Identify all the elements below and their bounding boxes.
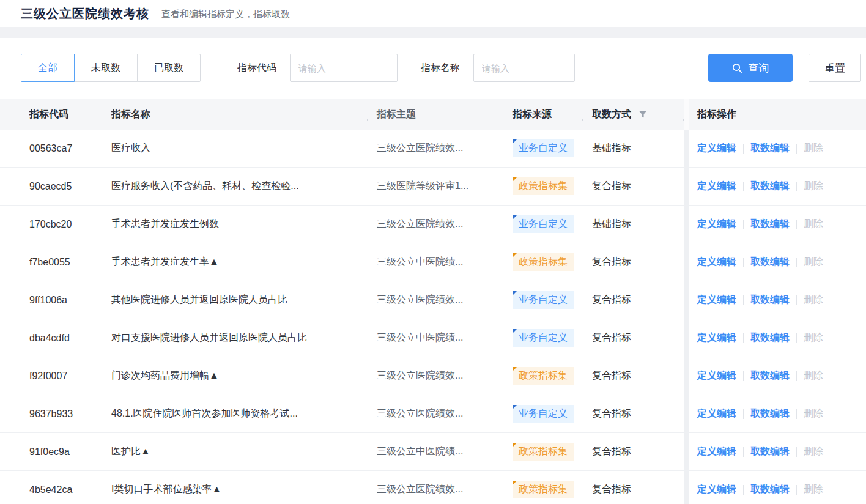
reset-button-label: 重置: [824, 62, 845, 74]
fetch-edit-link[interactable]: 取数编辑: [750, 369, 790, 382]
action-divider: [743, 447, 744, 457]
definition-edit-link[interactable]: 定义编辑: [697, 180, 736, 193]
action-divider: [796, 371, 797, 381]
fetch-edit-link[interactable]: 取数编辑: [750, 445, 790, 458]
cell-indicator-code: 9ff1006a: [0, 295, 102, 306]
cell-indicator-name: 手术患者并发症发生率▲: [102, 256, 367, 269]
cell-indicator-source: 政策指标集: [503, 481, 582, 498]
header-indicator-code: 指标代码: [0, 108, 102, 121]
source-badge: 业务自定义: [513, 139, 574, 157]
source-badge: 政策指标集: [513, 253, 574, 270]
delete-link[interactable]: 删除: [804, 369, 823, 382]
table-row: 00563ca7 医疗收入 三级公立医院绩效... 业务自定义 基础指标 定义编…: [0, 130, 866, 168]
action-divider: [796, 258, 797, 267]
action-divider: [743, 295, 744, 305]
cell-indicator-code: 00563ca7: [0, 143, 102, 154]
cell-fetch-method: 复合指标: [582, 445, 684, 458]
indicator-code-label: 指标代码: [237, 62, 276, 75]
action-divider: [743, 258, 744, 267]
action-divider: [743, 409, 744, 419]
definition-edit-link[interactable]: 定义编辑: [697, 332, 736, 344]
cell-indicator-topic: 三级公立中医院绩...: [367, 332, 503, 344]
table-row: f7be0055 手术患者并发症发生率▲ 三级公立中医院绩... 政策指标集 复…: [0, 243, 866, 281]
tab-all[interactable]: 全部: [21, 54, 75, 82]
header-divider: [0, 27, 866, 38]
action-divider: [743, 220, 744, 229]
table-row: 9637b933 48.1.医院住院医师首次参加医师资格考试... 三级公立医院…: [0, 395, 866, 433]
source-badge: 业务自定义: [513, 215, 574, 232]
delete-link[interactable]: 删除: [804, 445, 823, 458]
definition-edit-link[interactable]: 定义编辑: [697, 369, 736, 382]
action-divider: [796, 409, 797, 419]
action-divider: [743, 371, 744, 381]
cell-fetch-method: 复合指标: [582, 256, 684, 269]
cell-actions: 定义编辑 取数编辑 删除: [689, 218, 866, 231]
definition-edit-link[interactable]: 定义编辑: [697, 483, 736, 496]
action-divider: [743, 485, 744, 495]
cell-fetch-method: 基础指标: [582, 218, 684, 231]
fetch-edit-link[interactable]: 取数编辑: [750, 256, 790, 269]
delete-link[interactable]: 删除: [804, 407, 823, 420]
fetch-edit-link[interactable]: 取数编辑: [750, 180, 790, 193]
cell-indicator-name: 门诊次均药品费用增幅▲: [102, 369, 367, 382]
delete-link[interactable]: 删除: [804, 332, 823, 344]
definition-edit-link[interactable]: 定义编辑: [697, 407, 736, 420]
cell-indicator-topic: 三级公立医院绩效...: [367, 369, 503, 382]
reset-button[interactable]: 重置: [809, 54, 861, 82]
cell-indicator-name: I类切口手术部位感染率▲: [102, 483, 367, 496]
definition-edit-link[interactable]: 定义编辑: [697, 218, 736, 231]
indicator-name-input[interactable]: [473, 54, 575, 82]
content-panel: 全部 未取数 已取数 指标代码 指标名称 查询 重置 指标代码 指标名称 指标主: [0, 38, 866, 504]
fetch-edit-link[interactable]: 取数编辑: [750, 294, 790, 306]
table-row: f92f0007 门诊次均药品费用增幅▲ 三级公立医院绩效... 政策指标集 复…: [0, 357, 866, 395]
table-row: 170cbc20 手术患者并发症发生例数 三级公立医院绩效... 业务自定义 基…: [0, 206, 866, 243]
source-badge: 业务自定义: [513, 329, 574, 346]
action-divider: [743, 333, 744, 343]
column-gap-band: [684, 206, 689, 243]
action-divider: [796, 182, 797, 191]
cell-indicator-topic: 三级公立医院绩效...: [367, 407, 503, 420]
delete-link[interactable]: 删除: [804, 142, 823, 155]
cell-actions: 定义编辑 取数编辑 删除: [689, 142, 866, 155]
fetch-edit-link[interactable]: 取数编辑: [750, 483, 790, 496]
cell-indicator-source: 政策指标集: [503, 443, 582, 460]
cell-indicator-code: 4b5e42ca: [0, 484, 102, 495]
delete-link[interactable]: 删除: [804, 180, 823, 193]
cell-actions: 定义编辑 取数编辑 删除: [689, 180, 866, 193]
cell-actions: 定义编辑 取数编辑 删除: [689, 483, 866, 496]
column-gap-band: [684, 281, 689, 319]
fetch-edit-link[interactable]: 取数编辑: [750, 142, 790, 155]
tab-fetched[interactable]: 已取数: [137, 54, 201, 82]
cell-fetch-method: 复合指标: [582, 369, 684, 382]
delete-link[interactable]: 删除: [804, 218, 823, 231]
definition-edit-link[interactable]: 定义编辑: [697, 142, 736, 155]
delete-link[interactable]: 删除: [804, 294, 823, 306]
source-badge: 业务自定义: [513, 291, 574, 308]
indicator-code-input[interactable]: [290, 54, 398, 82]
cell-indicator-topic: 三级公立中医院绩...: [367, 256, 503, 269]
source-badge: 政策指标集: [513, 177, 574, 195]
definition-edit-link[interactable]: 定义编辑: [697, 256, 736, 269]
header-indicator-actions: 指标操作: [689, 108, 866, 121]
tab-not-fetched[interactable]: 未取数: [74, 54, 138, 82]
delete-link[interactable]: 删除: [804, 483, 823, 496]
filter-funnel-icon[interactable]: [638, 110, 647, 119]
definition-edit-link[interactable]: 定义编辑: [697, 294, 736, 306]
column-gap-band: [684, 168, 689, 205]
cell-indicator-topic: 三级医院等级评审1...: [367, 180, 503, 193]
action-divider: [796, 295, 797, 305]
action-divider: [796, 333, 797, 343]
cell-indicator-source: 业务自定义: [503, 291, 582, 308]
cell-indicator-source: 政策指标集: [503, 253, 582, 270]
query-button[interactable]: 查询: [708, 54, 793, 82]
fetch-edit-link[interactable]: 取数编辑: [750, 407, 790, 420]
cell-indicator-source: 业务自定义: [503, 139, 582, 157]
cell-indicator-name: 医疗服务收入(不含药品、耗材、检查检验...: [102, 180, 367, 193]
delete-link[interactable]: 删除: [804, 256, 823, 269]
fetch-edit-link[interactable]: 取数编辑: [750, 332, 790, 344]
cell-indicator-name: 医疗收入: [102, 142, 367, 155]
table-row: dba4cdfd 对口支援医院进修人员并返回原医院人员占比 三级公立中医院绩..…: [0, 319, 866, 357]
cell-actions: 定义编辑 取数编辑 删除: [689, 294, 866, 306]
fetch-edit-link[interactable]: 取数编辑: [750, 218, 790, 231]
definition-edit-link[interactable]: 定义编辑: [697, 445, 736, 458]
